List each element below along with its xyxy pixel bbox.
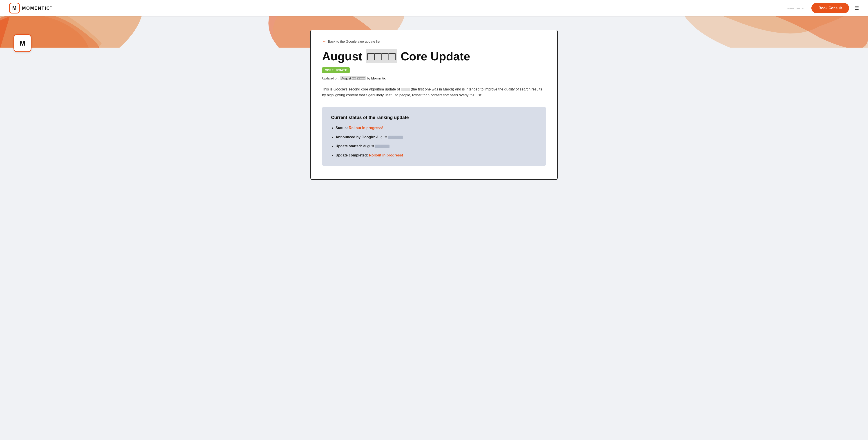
- main-wrapper: M ← Back to the Google algo update list …: [0, 47, 868, 193]
- status-box: Current status of the ranking update Sta…: [322, 107, 546, 166]
- list-item: Status: Rollout in progress!: [336, 126, 537, 130]
- status-value-1: Rollout in progress!: [349, 126, 383, 130]
- status-label-4: Update completed:: [336, 153, 369, 157]
- logo-letter: M: [12, 5, 17, 11]
- nav-dots: ···—···—····: [785, 6, 806, 10]
- book-consult-button[interactable]: Book Consult: [811, 3, 849, 13]
- meta-line: Updated on: August □□, □□□□ by Momentic: [322, 76, 546, 80]
- status-list: Status: Rollout in progress! Announced b…: [331, 126, 537, 158]
- back-arrow-icon: ←: [322, 39, 326, 44]
- navbar: M MOMENTIC™ ···—···—···· Book Consult ☰: [0, 0, 868, 16]
- hamburger-menu-button[interactable]: ☰: [855, 5, 859, 11]
- logo-icon: M: [9, 3, 20, 13]
- meta-author: Momentic: [371, 76, 386, 80]
- svg-point-3: [672, 16, 868, 47]
- content-card: ← Back to the Google algo update list Au…: [310, 30, 558, 180]
- status-label-2: Announced by Google:: [336, 135, 376, 139]
- logo-name: MOMENTIC™: [22, 6, 53, 11]
- list-item: Update started: August □□, □□□□: [336, 144, 537, 148]
- article-description: This is Google's second core algorithm u…: [322, 87, 546, 98]
- status-box-title: Current status of the ranking update: [331, 115, 537, 120]
- tag-badge: CORE UPDATE: [322, 67, 350, 73]
- meta-date: August □□, □□□□: [340, 76, 366, 80]
- list-item: Update completed: Rollout in progress!: [336, 153, 537, 158]
- back-link[interactable]: ← Back to the Google algo update list: [322, 39, 546, 44]
- status-value-2: August □□, □□□□: [376, 135, 403, 139]
- status-label-3: Update started:: [336, 144, 363, 148]
- status-value-3: August □□, □□□□: [363, 144, 390, 148]
- status-value-4: Rollout in progress!: [369, 153, 403, 157]
- floating-logo-icon: M: [13, 34, 31, 52]
- article-title: August □□□□ Core Update: [322, 50, 546, 63]
- desc-redacted-year: □□□□: [401, 88, 410, 91]
- status-label-1: Status:: [336, 126, 349, 130]
- navbar-right: ···—···—···· Book Consult ☰: [785, 3, 859, 13]
- list-item: Announced by Google: August □□, □□□□: [336, 135, 537, 140]
- logo-area: M MOMENTIC™: [9, 3, 53, 13]
- title-redacted: □□□□: [366, 49, 398, 63]
- back-link-text: Back to the Google algo update list: [328, 39, 380, 43]
